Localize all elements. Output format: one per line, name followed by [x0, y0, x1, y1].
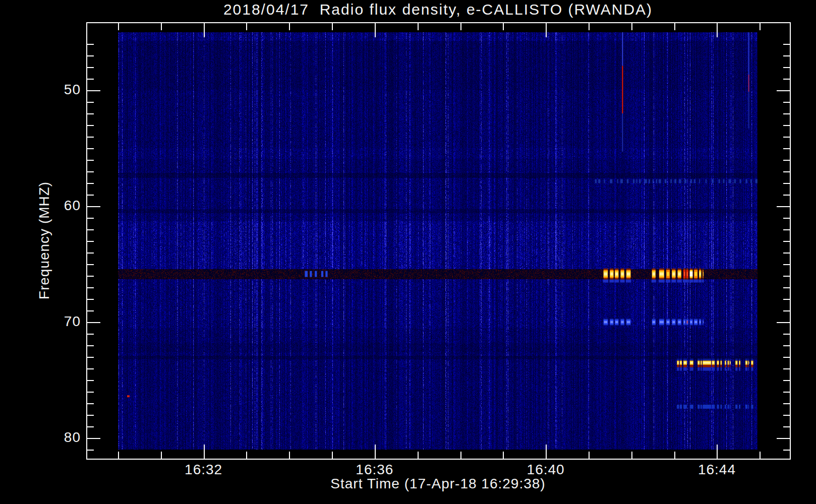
tick-mark [783, 380, 790, 381]
tick-mark [777, 322, 790, 323]
tick-mark [674, 452, 675, 459]
tick-mark [631, 23, 632, 30]
tick-mark [783, 450, 790, 451]
y-tick-label: 60 [25, 198, 81, 214]
tick-mark [783, 67, 790, 68]
tick-mark [460, 23, 461, 30]
tick-mark [87, 113, 94, 114]
tick-mark [783, 310, 790, 311]
tick-mark [204, 23, 205, 37]
tick-mark [418, 452, 419, 459]
tick-mark [375, 23, 376, 37]
tick-mark [87, 450, 94, 451]
tick-mark [87, 67, 94, 68]
tick-mark [783, 357, 790, 358]
y-tick-label: 50 [25, 82, 81, 98]
tick-mark [783, 415, 790, 416]
tick-mark [589, 23, 590, 30]
tick-mark [87, 148, 94, 149]
tick-mark [783, 218, 790, 219]
spectrogram-image [118, 32, 757, 450]
page-title: 2018/04/17 Radio flux density, e-CALLIST… [86, 1, 790, 18]
tick-mark [87, 426, 94, 427]
tick-mark [87, 171, 94, 172]
tick-mark [783, 334, 790, 335]
tick-mark [783, 368, 790, 369]
tick-mark [87, 253, 94, 254]
tick-mark [783, 195, 790, 196]
tick-mark [87, 44, 94, 45]
tick-mark [717, 445, 718, 459]
tick-mark [87, 125, 94, 126]
tick-mark [783, 79, 790, 80]
tick-mark [87, 403, 94, 404]
tick-mark [87, 438, 100, 439]
tick-mark [783, 44, 790, 45]
tick-mark [717, 23, 718, 37]
tick-mark [589, 452, 590, 459]
tick-mark [332, 452, 333, 459]
tick-mark [631, 452, 632, 459]
tick-mark [87, 299, 94, 300]
tick-mark [87, 160, 94, 161]
tick-mark [760, 452, 761, 459]
tick-mark [87, 229, 94, 230]
tick-mark [87, 264, 94, 265]
tick-mark [783, 229, 790, 230]
tick-mark [87, 55, 94, 56]
tick-mark [87, 195, 94, 196]
tick-mark [783, 253, 790, 254]
tick-mark [783, 113, 790, 114]
tick-mark [87, 218, 94, 219]
tick-mark [87, 287, 94, 288]
tick-mark [246, 23, 247, 30]
tick-mark [674, 23, 675, 30]
tick-mark [87, 415, 94, 416]
tick-mark [777, 90, 790, 91]
tick-mark [161, 452, 162, 459]
tick-mark [783, 171, 790, 172]
tick-mark [460, 452, 461, 459]
tick-mark [87, 345, 94, 346]
tick-mark [87, 310, 94, 311]
tick-mark [546, 445, 547, 459]
tick-mark [87, 334, 94, 335]
tick-mark [783, 55, 790, 56]
tick-mark [783, 160, 790, 161]
tick-mark [87, 276, 94, 277]
tick-mark [783, 403, 790, 404]
tick-mark [87, 380, 94, 381]
tick-mark [777, 438, 790, 439]
tick-mark [546, 23, 547, 37]
tick-mark [783, 276, 790, 277]
tick-mark [783, 241, 790, 242]
tick-mark [503, 452, 504, 459]
tick-mark [246, 452, 247, 459]
tick-mark [87, 241, 94, 242]
tick-mark [87, 102, 94, 103]
tick-mark [87, 322, 100, 323]
tick-mark [118, 452, 119, 459]
tick-mark [783, 426, 790, 427]
tick-mark [503, 23, 504, 30]
tick-mark [783, 183, 790, 184]
tick-mark [87, 137, 94, 138]
tick-mark [204, 445, 205, 459]
tick-mark [760, 23, 761, 30]
tick-mark [418, 23, 419, 30]
tick-mark [87, 368, 94, 369]
spectrogram-page: 2018/04/17 Radio flux density, e-CALLIST… [0, 0, 816, 504]
tick-mark [87, 79, 94, 80]
tick-mark [87, 206, 100, 207]
y-tick-label: 80 [25, 429, 81, 446]
tick-mark [783, 148, 790, 149]
tick-mark [87, 392, 94, 393]
tick-mark [161, 23, 162, 30]
y-axis-label: Frequency (MHZ) [36, 181, 52, 299]
tick-mark [783, 392, 790, 393]
tick-mark [375, 445, 376, 459]
tick-mark [87, 357, 94, 358]
y-tick-label: 70 [25, 313, 81, 330]
tick-mark [289, 23, 290, 30]
tick-mark [87, 90, 100, 91]
